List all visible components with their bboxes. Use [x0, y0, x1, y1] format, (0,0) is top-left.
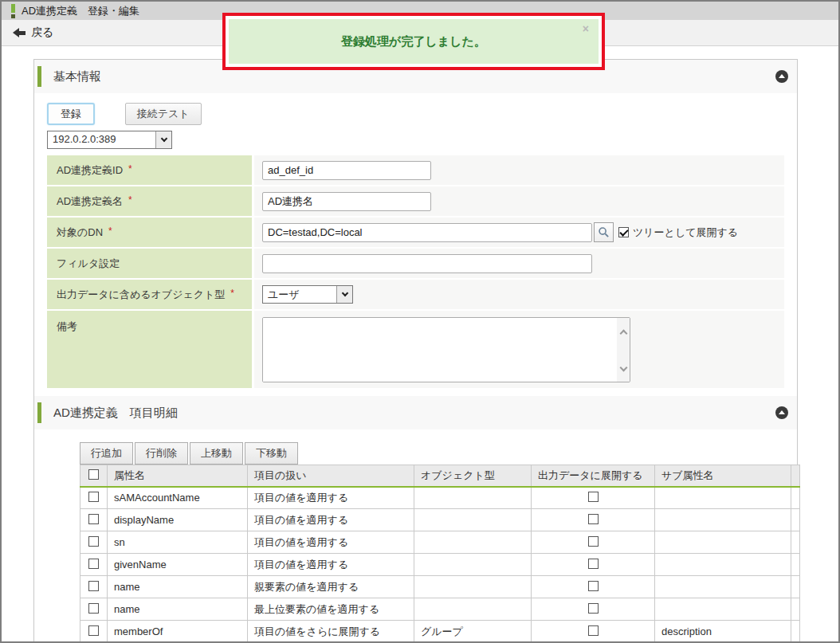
action-buttons-row: 登録 接続テスト: [47, 103, 784, 125]
object-type-cell: [414, 531, 532, 554]
object-type-label: 出力データに含めるオブジェクト型 *: [47, 280, 252, 309]
back-button[interactable]: 戻る: [31, 25, 53, 40]
row-select-checkbox[interactable]: [88, 581, 99, 591]
note-label: 備考: [47, 311, 252, 388]
tree-expand-option: ツリーとして展開する: [618, 225, 738, 240]
server-select-value: 192.0.2.0:389: [48, 131, 155, 148]
scroll-down-icon[interactable]: [619, 364, 627, 372]
row-select-checkbox[interactable]: [88, 625, 99, 636]
expand-checkbox[interactable]: [588, 492, 599, 502]
main-panel: 基本情報 登録 接続テスト 192.0.2.0:389 AD連携定義ID *: [33, 59, 798, 643]
handling-cell: 項目の値を適用する: [248, 509, 414, 531]
attr-name-cell: givenName: [108, 554, 248, 576]
sub-attr-cell: description: [655, 621, 791, 643]
def-id-label: AD連携定義ID *: [47, 155, 252, 185]
handling-cell: 項目の値を適用する: [248, 531, 414, 554]
object-type-cell: [414, 487, 532, 509]
delete-row-button[interactable]: 行削除: [135, 442, 188, 465]
row-select-checkbox[interactable]: [88, 603, 99, 614]
collapse-icon[interactable]: [775, 406, 788, 419]
row-select-checkbox[interactable]: [88, 559, 99, 569]
table-row: sn 項目の値を適用する: [80, 531, 800, 554]
expand-checkbox[interactable]: [588, 603, 599, 614]
collapse-icon[interactable]: [775, 70, 788, 83]
filler-cell: [791, 621, 800, 643]
row-select-checkbox[interactable]: [88, 492, 99, 502]
move-up-button[interactable]: 上移動: [190, 442, 243, 465]
note-textarea[interactable]: [263, 318, 617, 382]
connection-test-button[interactable]: 接続テスト: [125, 103, 202, 125]
back-arrow-icon: [13, 28, 26, 38]
table-row: displayName 項目の値を適用する: [80, 509, 800, 531]
col-header-attr: 属性名: [108, 465, 248, 487]
target-dn-input[interactable]: [262, 223, 592, 242]
filter-label: フィルタ設定: [47, 249, 252, 278]
sub-attr-cell: [655, 554, 791, 576]
basic-section-title: 基本情報: [53, 69, 101, 84]
page: { "titlebar": { "title": "AD連携定義 登録・編集" …: [0, 0, 840, 643]
target-dn-label-text: 対象のDN: [57, 225, 103, 240]
def-name-input[interactable]: [262, 192, 431, 211]
def-name-label-text: AD連携定義名: [57, 194, 123, 209]
attr-name-cell: sn: [108, 531, 248, 554]
filler-cell: [791, 531, 800, 554]
tree-expand-label: ツリーとして展開する: [633, 225, 738, 240]
success-toast: 登録処理が完了しました。 ×: [229, 19, 599, 64]
def-id-field-cell: [254, 155, 784, 185]
app-exclamation-icon: [11, 4, 15, 18]
row-select-checkbox[interactable]: [88, 536, 99, 547]
row-action-toolbar: 行追加 行削除 上移動 下移動: [80, 442, 797, 465]
object-type-field-cell: ユーザ: [254, 280, 784, 309]
col-header-object-type: オブジェクト型: [414, 465, 532, 487]
expand-checkbox[interactable]: [588, 514, 599, 524]
form-row-note: 備考: [47, 311, 784, 388]
def-id-input[interactable]: [262, 161, 431, 180]
tree-expand-checkbox[interactable]: [618, 227, 629, 237]
required-mark: *: [230, 288, 234, 299]
object-type-select-value: ユーザ: [263, 286, 336, 303]
scroll-up-icon[interactable]: [619, 330, 627, 338]
filler-cell: [791, 598, 800, 621]
col-header-expand: 出力データに展開する: [532, 465, 655, 487]
expand-checkbox[interactable]: [588, 559, 599, 569]
object-type-cell: [414, 598, 532, 621]
handling-cell: 親要素の値を適用する: [248, 576, 414, 598]
expand-checkbox[interactable]: [588, 581, 599, 591]
filter-label-text: フィルタ設定: [57, 257, 120, 271]
textarea-scrollbar[interactable]: [617, 318, 630, 382]
row-select-checkbox[interactable]: [88, 514, 99, 524]
detail-section-header: AD連携定義 項目明細: [34, 396, 797, 429]
handling-cell: 項目の値を適用する: [248, 487, 414, 509]
note-textarea-frame: [262, 317, 630, 382]
register-button[interactable]: 登録: [47, 103, 95, 125]
required-mark: *: [128, 194, 132, 206]
table-header-row: 属性名 項目の扱い オブジェクト型 出力データに展開する サブ属性名: [80, 465, 800, 487]
target-dn-field-cell: ツリーとして展開する: [254, 218, 784, 247]
object-type-label-text: 出力データに含めるオブジェクト型: [57, 288, 225, 302]
dn-search-button[interactable]: [594, 222, 614, 242]
handling-cell: 最上位要素の値を適用する: [248, 598, 414, 621]
form-row-filter: フィルタ設定: [47, 249, 784, 278]
table-row: name 親要素の値を適用する: [80, 576, 800, 598]
object-type-cell: [414, 554, 532, 576]
expand-checkbox[interactable]: [588, 536, 599, 547]
search-icon: [598, 226, 610, 238]
close-icon[interactable]: ×: [583, 22, 589, 35]
filler-cell: [791, 487, 800, 509]
col-header-filler: [791, 465, 800, 487]
expand-checkbox[interactable]: [588, 625, 599, 636]
object-type-select[interactable]: ユーザ: [262, 285, 353, 304]
sub-attr-cell: [655, 598, 791, 621]
add-row-button[interactable]: 行追加: [80, 442, 133, 465]
select-all-checkbox[interactable]: [88, 469, 99, 480]
sub-attr-cell: [655, 487, 791, 509]
attr-name-cell: name: [108, 598, 248, 621]
filter-field-cell: [254, 249, 784, 278]
attr-name-cell: name: [108, 576, 248, 598]
form-row-def-name: AD連携定義名 *: [47, 186, 784, 216]
note-field-cell: [254, 311, 784, 388]
server-select[interactable]: 192.0.2.0:389: [47, 131, 172, 149]
move-down-button[interactable]: 下移動: [245, 442, 298, 465]
filter-input[interactable]: [262, 254, 592, 273]
form-row-target-dn: 対象のDN * ツリーとして展開する: [47, 218, 784, 247]
